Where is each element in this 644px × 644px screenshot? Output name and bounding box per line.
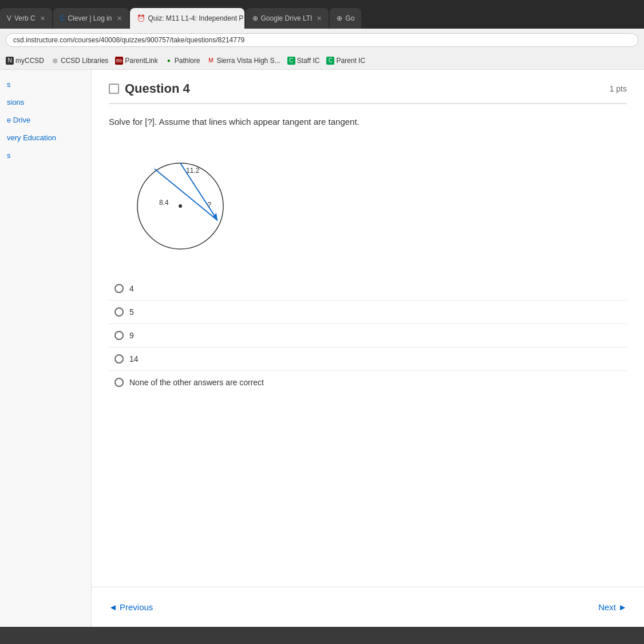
- bookmark-staff-ic-label: Staff IC: [297, 57, 320, 65]
- tab-verb-label: Verb C: [14, 14, 35, 22]
- tab-clever-close[interactable]: ✕: [117, 15, 122, 22]
- next-button[interactable]: Next ►: [598, 602, 627, 612]
- answer-option-14[interactable]: 14: [109, 347, 627, 371]
- answer-option-9[interactable]: 9: [109, 324, 627, 347]
- bookmarks-bar: N myCCSD ◎ CCSD Libraries Bb ParentLink …: [0, 52, 644, 70]
- address-bar-row: csd.instructure.com/courses/40008/quizze…: [0, 29, 644, 52]
- tab-bar: V Verb C ✕ C Clever | Log in ✕ ⏰ Quiz: M…: [0, 0, 644, 29]
- sidebar-item-education[interactable]: very Education: [0, 129, 91, 147]
- bookmark-myccsd-icon: N: [6, 57, 14, 65]
- answer-text-none: None of the other answers are correct: [129, 378, 264, 387]
- question-number: Question 4: [125, 81, 190, 96]
- answer-option-5[interactable]: 5: [109, 301, 627, 324]
- tab-quiz[interactable]: ⏰ Quiz: M11 L1-4: Independent P ✕: [130, 8, 244, 29]
- bookmark-sierra-vista[interactable]: M Sierra Vista High S...: [207, 57, 280, 65]
- tab-clever-label: Clever | Log in: [68, 14, 112, 22]
- tab-verb-icon: V: [7, 14, 11, 22]
- diagram-label-112: 11.2: [186, 167, 200, 175]
- bookmark-pathlore-icon: ●: [165, 57, 173, 65]
- radio-5[interactable]: [114, 307, 124, 317]
- bookmark-sierra-vista-icon: M: [207, 57, 215, 65]
- bookmark-myccsd-label: myCCSD: [15, 57, 44, 65]
- sidebar-item-sions[interactable]: sions: [0, 93, 91, 111]
- tab-go[interactable]: ⊕ Go: [330, 8, 361, 29]
- diagram-label-84: 8.4: [159, 199, 169, 207]
- sidebar-item-drive[interactable]: e Drive: [0, 111, 91, 129]
- bookmark-myccsd[interactable]: N myCCSD: [6, 57, 44, 65]
- answer-text-14: 14: [129, 354, 139, 364]
- question-header: Question 4 1 pts: [109, 81, 627, 104]
- previous-button[interactable]: ◄ Previous: [109, 602, 153, 612]
- tab-go-icon: ⊕: [337, 14, 342, 22]
- bookmark-parent-ic[interactable]: C Parent IC: [326, 57, 365, 65]
- tab-verb[interactable]: V Verb C ✕: [0, 8, 52, 29]
- browser-bottom: [0, 627, 644, 644]
- tab-google-drive[interactable]: ⊕ Google Drive LTI ✕: [246, 8, 329, 29]
- question-checkbox[interactable]: [109, 84, 119, 94]
- question-text: Solve for [?]. Assume that lines which a…: [109, 116, 627, 129]
- diagram-container: 11.2 8.4 ?: [120, 137, 627, 266]
- svg-line-2: [155, 169, 218, 220]
- nav-bar: ◄ Previous Next ►: [92, 587, 644, 627]
- answer-text-5: 5: [129, 307, 134, 317]
- radio-14[interactable]: [114, 354, 124, 364]
- address-bar[interactable]: csd.instructure.com/courses/40008/quizze…: [6, 33, 638, 47]
- points-label: 1 pts: [610, 84, 627, 93]
- quiz-wrapper: Question 4 1 pts Solve for [?]. Assume t…: [92, 70, 644, 627]
- answer-option-4[interactable]: 4: [109, 277, 627, 301]
- bookmark-parentlink-label: ParentLink: [125, 57, 157, 65]
- bookmark-ccsd-libraries[interactable]: ◎ CCSD Libraries: [51, 57, 108, 65]
- diagram-label-question: ?: [207, 200, 211, 209]
- sidebar-item-s2[interactable]: s: [0, 147, 91, 164]
- tab-google-drive-label: Google Drive LTI: [261, 14, 313, 22]
- tab-clever-icon: C: [60, 14, 65, 22]
- bookmark-parentlink[interactable]: Bb ParentLink: [115, 57, 157, 65]
- bookmark-parentlink-icon: Bb: [115, 57, 123, 65]
- bookmark-ccsd-libraries-icon: ◎: [51, 57, 59, 65]
- answer-text-9: 9: [129, 331, 134, 340]
- bookmark-staff-ic-icon: C: [287, 57, 295, 65]
- tab-quiz-icon: ⏰: [137, 14, 145, 22]
- tab-google-drive-icon: ⊕: [252, 14, 258, 22]
- tab-clever[interactable]: C Clever | Log in ✕: [53, 8, 129, 29]
- sidebar: s sions e Drive very Education s: [0, 70, 92, 627]
- main-content: s sions e Drive very Education s Questio…: [0, 70, 644, 627]
- radio-none[interactable]: [114, 378, 124, 387]
- bookmark-pathlore-label: Pathlore: [175, 57, 200, 65]
- answer-text-4: 4: [129, 284, 134, 293]
- answer-choices: 4 5 9 14 None of the other answers are c…: [109, 277, 627, 394]
- svg-point-1: [179, 204, 182, 208]
- tab-go-label: Go: [345, 14, 354, 22]
- quiz-area: Question 4 1 pts Solve for [?]. Assume t…: [92, 70, 644, 587]
- answer-option-none[interactable]: None of the other answers are correct: [109, 371, 627, 394]
- bookmark-parent-ic-icon: C: [326, 57, 334, 65]
- radio-9[interactable]: [114, 331, 124, 340]
- bookmark-staff-ic[interactable]: C Staff IC: [287, 57, 320, 65]
- bookmark-parent-ic-label: Parent IC: [336, 57, 365, 65]
- tab-verb-close[interactable]: ✕: [40, 15, 45, 22]
- radio-4[interactable]: [114, 284, 124, 293]
- bookmark-ccsd-libraries-label: CCSD Libraries: [61, 57, 108, 65]
- question-title: Question 4: [109, 81, 190, 96]
- bookmark-pathlore[interactable]: ● Pathlore: [165, 57, 200, 65]
- sidebar-item-s[interactable]: s: [0, 76, 91, 93]
- tab-google-drive-close[interactable]: ✕: [317, 15, 322, 22]
- tab-quiz-label: Quiz: M11 L1-4: Independent P: [148, 14, 244, 22]
- bookmark-sierra-vista-label: Sierra Vista High S...: [216, 57, 280, 65]
- circle-diagram: 11.2 8.4 ?: [120, 137, 246, 263]
